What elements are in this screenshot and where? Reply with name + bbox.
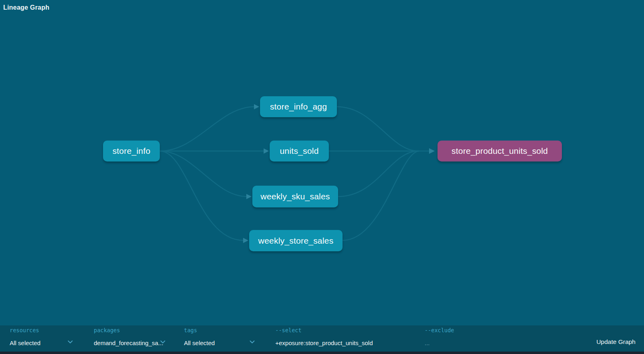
filter-exclude: --exclude ... (425, 325, 513, 352)
filter-select: --select +exposure:store_product_units_s… (275, 325, 412, 352)
node-weekly_store_sales[interactable]: weekly_store_sales (249, 230, 343, 251)
update-graph-button[interactable]: Update Graph (597, 337, 636, 346)
chevron-down-icon (160, 340, 165, 344)
packages-dropdown-value: demand_forecasting_sa... (94, 340, 163, 346)
edge-weekly_sku_sales-exposure (338, 151, 419, 197)
filter-packages-label: packages (94, 327, 120, 333)
page-title: Lineage Graph (3, 4, 50, 11)
resources-dropdown-value: All selected (10, 340, 41, 346)
graph-filter-toolbar: resources All selected packages demand_f… (0, 325, 644, 352)
arrowhead-icon (429, 148, 435, 154)
lineage-edges (0, 0, 644, 325)
filter-select-label: --select (275, 327, 301, 333)
node-store_info[interactable]: store_info (103, 141, 160, 161)
edge-store_info-store_info_agg (160, 107, 254, 151)
node-units_sold[interactable]: units_sold (270, 141, 329, 161)
edge-weekly_store_sales-exposure (343, 151, 419, 240)
tags-dropdown-value: All selected (184, 340, 215, 346)
chevron-down-icon (68, 340, 73, 344)
node-store_info_agg[interactable]: store_info_agg (260, 96, 337, 117)
tags-dropdown[interactable]: All selected (184, 338, 255, 347)
resources-dropdown[interactable]: All selected (10, 338, 73, 347)
chevron-down-icon (250, 340, 255, 344)
arrowhead-icon (254, 104, 259, 110)
arrowhead-icon (264, 149, 269, 154)
filter-resources: resources All selected (10, 325, 73, 352)
window-bottom-strip (0, 352, 644, 354)
filter-exclude-label: --exclude (425, 327, 454, 333)
exclude-input-value: ... (425, 340, 430, 346)
node-weekly_sku_sales[interactable]: weekly_sku_sales (252, 186, 338, 207)
filter-packages: packages demand_forecasting_sa... (94, 325, 168, 352)
edge-store_info_agg-exposure (337, 107, 419, 151)
filter-tags-label: tags (184, 327, 197, 333)
select-input[interactable]: +exposure:store_product_units_sold (275, 338, 412, 347)
lineage-graph-app: Lineage Graph store_info (0, 0, 644, 354)
node-store_product_units_sold[interactable]: store_product_units_sold (438, 141, 562, 161)
edge-store_info-weekly_store_sales (160, 151, 244, 240)
lineage-canvas[interactable]: store_info store_info_agg units_sold wee… (0, 0, 644, 325)
arrowhead-icon (243, 238, 248, 243)
select-input-value: +exposure:store_product_units_sold (275, 340, 373, 346)
filter-tags: tags All selected (184, 325, 255, 352)
packages-dropdown[interactable]: demand_forecasting_sa... (94, 338, 168, 347)
arrowhead-icon (246, 194, 252, 199)
filter-resources-label: resources (10, 327, 39, 333)
exclude-input[interactable]: ... (425, 338, 513, 347)
